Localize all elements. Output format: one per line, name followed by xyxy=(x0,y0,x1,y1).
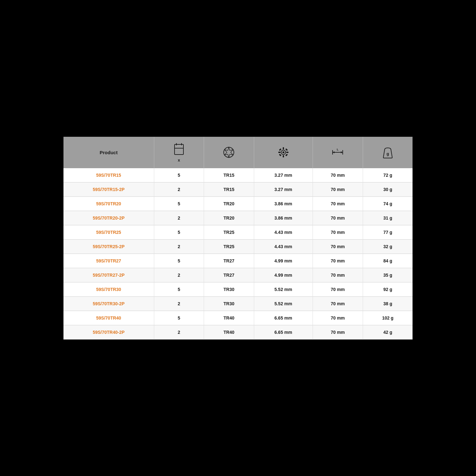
cell-diameter: 3.27 mm xyxy=(254,168,313,182)
cell-drive: TR40 xyxy=(204,325,254,339)
cell-drive: TR30 xyxy=(204,282,254,296)
svg-rect-10 xyxy=(278,152,281,153)
torx-star-icon xyxy=(222,145,236,159)
cell-diameter: 3.86 mm xyxy=(254,211,313,225)
cell-quantity: 5 xyxy=(154,254,204,268)
header-diameter xyxy=(254,137,313,168)
cell-quantity: 5 xyxy=(154,282,204,296)
diameter-icon-cell xyxy=(258,145,309,159)
cell-product: 59S/70TR15 xyxy=(63,168,154,182)
cell-drive: TR25 xyxy=(204,239,254,254)
table-row: 59S/70TR255TR254.43 mm70 mm77 g xyxy=(63,225,413,239)
svg-marker-5 xyxy=(225,147,233,157)
box-x-icon xyxy=(172,142,186,156)
header-length: L xyxy=(313,137,363,168)
cell-drive: TR20 xyxy=(204,196,254,211)
cell-weight: 102 g xyxy=(363,311,413,325)
cell-diameter: 4.43 mm xyxy=(254,239,313,254)
cell-product: 59S/70TR27 xyxy=(63,254,154,268)
cell-weight: 42 g xyxy=(363,325,413,339)
cell-quantity: 2 xyxy=(154,182,204,196)
table-row: 59S/70TR27-2P2TR274.99 mm70 mm35 g xyxy=(63,268,413,282)
quantity-icon-label: x xyxy=(178,158,180,162)
cell-quantity: 5 xyxy=(154,225,204,239)
cell-drive: TR15 xyxy=(204,168,254,182)
cell-length: 70 mm xyxy=(313,196,363,211)
table-body: 59S/70TR155TR153.27 mm70 mm72 g59S/70TR1… xyxy=(63,168,413,340)
cell-product: 59S/70TR15-2P xyxy=(63,182,154,196)
cell-product: 59S/70TR20 xyxy=(63,196,154,211)
cell-drive: TR15 xyxy=(204,182,254,196)
svg-rect-9 xyxy=(283,155,284,157)
cell-product: 59S/70TR30-2P xyxy=(63,296,154,311)
table-row: 59S/70TR305TR305.52 mm70 mm92 g xyxy=(63,282,413,296)
table-row: 59S/70TR205TR203.86 mm70 mm74 g xyxy=(63,196,413,211)
svg-rect-0 xyxy=(175,144,183,155)
cell-weight: 92 g xyxy=(363,282,413,296)
cell-length: 70 mm xyxy=(313,325,363,339)
product-table: Product x xyxy=(63,137,413,340)
cell-length: 70 mm xyxy=(313,211,363,225)
cell-weight: 35 g xyxy=(363,268,413,282)
table-row: 59S/70TR40-2P2TR406.65 mm70 mm42 g xyxy=(63,325,413,339)
table-row: 59S/70TR275TR274.99 mm70 mm84 g xyxy=(63,254,413,268)
product-table-wrapper: Product x xyxy=(63,137,413,340)
svg-point-7 xyxy=(282,151,284,153)
cell-product: 59S/70TR25-2P xyxy=(63,239,154,254)
cell-quantity: 2 xyxy=(154,325,204,339)
cell-diameter: 4.99 mm xyxy=(254,254,313,268)
cell-quantity: 5 xyxy=(154,168,204,182)
header-quantity: x xyxy=(154,137,204,168)
svg-rect-14 xyxy=(279,154,281,156)
cell-weight: 38 g xyxy=(363,296,413,311)
table-header-row: Product x xyxy=(63,137,413,168)
cell-drive: TR27 xyxy=(204,254,254,268)
cell-quantity: 2 xyxy=(154,239,204,254)
cell-drive: TR25 xyxy=(204,225,254,239)
cell-weight: 31 g xyxy=(363,211,413,225)
weight-g-icon: g xyxy=(381,145,395,159)
cell-length: 70 mm xyxy=(313,168,363,182)
cell-weight: 30 g xyxy=(363,182,413,196)
quantity-icon-cell: x xyxy=(158,142,200,162)
svg-rect-12 xyxy=(279,149,281,151)
table-row: 59S/70TR20-2P2TR203.86 mm70 mm31 g xyxy=(63,211,413,225)
svg-text:L: L xyxy=(337,148,339,151)
cell-diameter: 3.86 mm xyxy=(254,196,313,211)
cell-quantity: 2 xyxy=(154,296,204,311)
cell-weight: 74 g xyxy=(363,196,413,211)
svg-rect-13 xyxy=(285,149,288,151)
cell-diameter: 5.52 mm xyxy=(254,282,313,296)
cell-weight: 77 g xyxy=(363,225,413,239)
length-icon-cell: L xyxy=(317,145,359,159)
table-row: 59S/70TR155TR153.27 mm70 mm72 g xyxy=(63,168,413,182)
cell-drive: TR27 xyxy=(204,268,254,282)
cell-length: 70 mm xyxy=(313,296,363,311)
length-arrows-icon: L xyxy=(331,145,345,159)
table-row: 59S/70TR30-2P2TR305.52 mm70 mm38 g xyxy=(63,296,413,311)
svg-text:g: g xyxy=(387,151,389,156)
gear-dim-icon xyxy=(276,145,290,159)
svg-point-4 xyxy=(224,147,234,157)
cell-product: 59S/70TR40 xyxy=(63,311,154,325)
cell-diameter: 6.65 mm xyxy=(254,325,313,339)
cell-diameter: 5.52 mm xyxy=(254,296,313,311)
table-row: 59S/70TR25-2P2TR254.43 mm70 mm32 g xyxy=(63,239,413,254)
cell-product: 59S/70TR25 xyxy=(63,225,154,239)
cell-quantity: 5 xyxy=(154,311,204,325)
table-row: 59S/70TR405TR406.65 mm70 mm102 g xyxy=(63,311,413,325)
header-drive xyxy=(204,137,254,168)
cell-diameter: 4.99 mm xyxy=(254,268,313,282)
cell-length: 70 mm xyxy=(313,268,363,282)
cell-length: 70 mm xyxy=(313,225,363,239)
cell-product: 59S/70TR30 xyxy=(63,282,154,296)
header-product: Product xyxy=(63,137,154,168)
svg-rect-11 xyxy=(286,152,288,153)
cell-weight: 72 g xyxy=(363,168,413,182)
drive-icon-cell xyxy=(208,145,250,159)
cell-quantity: 2 xyxy=(154,268,204,282)
cell-diameter: 3.27 mm xyxy=(254,182,313,196)
cell-diameter: 4.43 mm xyxy=(254,225,313,239)
header-weight: g xyxy=(363,137,413,168)
cell-drive: TR30 xyxy=(204,296,254,311)
